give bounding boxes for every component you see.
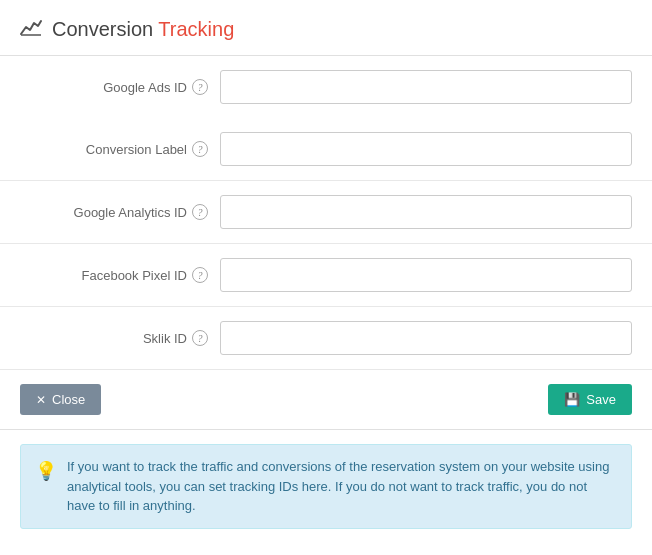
close-icon — [36, 392, 46, 407]
google-analytics-id-input[interactable] — [220, 195, 632, 229]
close-button[interactable]: Close — [20, 384, 101, 415]
google-analytics-id-help-icon[interactable]: ? — [192, 204, 208, 220]
form-row-conversion-label: Conversion Label ? — [20, 118, 632, 180]
google-analytics-id-label: Google Analytics ID ? — [20, 204, 220, 220]
conversion-tracking-panel: Conversion Tracking Google Ads ID ? Conv… — [0, 0, 652, 529]
panel-header: Conversion Tracking — [0, 0, 652, 56]
facebook-pixel-id-label: Facebook Pixel ID ? — [20, 267, 220, 283]
sklik-id-label: Sklik ID ? — [20, 330, 220, 346]
google-analytics-section: Google Analytics ID ? — [0, 181, 652, 244]
bulb-icon: 💡 — [35, 458, 57, 485]
form-row-google-analytics-id: Google Analytics ID ? — [20, 181, 632, 243]
conversion-label-help-icon[interactable]: ? — [192, 141, 208, 157]
facebook-pixel-id-help-icon[interactable]: ? — [192, 267, 208, 283]
google-ads-id-input[interactable] — [220, 70, 632, 104]
conversion-label-input[interactable] — [220, 132, 632, 166]
form-row-google-ads-id: Google Ads ID ? — [20, 56, 632, 118]
sklik-section: Sklik ID ? — [0, 307, 652, 370]
sklik-id-input[interactable] — [220, 321, 632, 355]
save-icon: 💾 — [564, 392, 580, 407]
save-button[interactable]: 💾 Save — [548, 384, 632, 415]
info-text: If you want to track the traffic and con… — [67, 457, 617, 516]
sklik-id-help-icon[interactable]: ? — [192, 330, 208, 346]
title-highlight: Tracking — [158, 18, 234, 40]
facebook-pixel-section: Facebook Pixel ID ? — [0, 244, 652, 307]
footer-buttons: Close 💾 Save — [0, 370, 652, 430]
google-ads-id-help-icon[interactable]: ? — [192, 79, 208, 95]
google-ads-section: Google Ads ID ? Conversion Label ? — [0, 56, 652, 181]
form-row-sklik-id: Sklik ID ? — [20, 307, 632, 369]
google-ads-id-label: Google Ads ID ? — [20, 79, 220, 95]
page-title: Conversion Tracking — [52, 18, 234, 41]
conversion-label-label: Conversion Label ? — [20, 141, 220, 157]
chart-icon — [20, 18, 42, 41]
facebook-pixel-id-input[interactable] — [220, 258, 632, 292]
info-box: 💡 If you want to track the traffic and c… — [20, 444, 632, 529]
form-row-facebook-pixel-id: Facebook Pixel ID ? — [20, 244, 632, 306]
